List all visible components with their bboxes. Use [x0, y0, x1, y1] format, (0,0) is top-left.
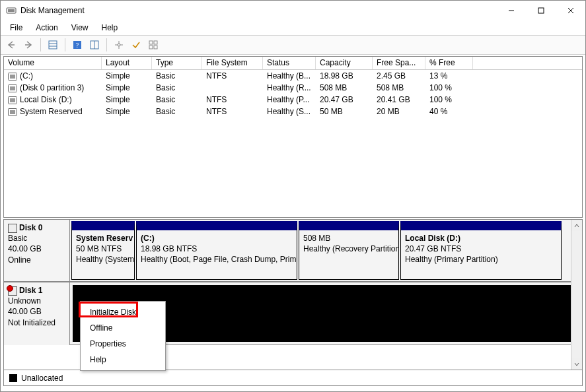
volume-pct: 40 %: [425, 107, 473, 116]
toolbar-separator: [106, 38, 107, 51]
volume-free: 20.41 GB: [373, 95, 425, 104]
column-capacity[interactable]: Capacity: [316, 57, 373, 69]
back-button[interactable]: [3, 37, 19, 53]
view-list-button[interactable]: [45, 37, 61, 53]
legend: Unallocated: [4, 370, 582, 385]
menu-help[interactable]: Help: [95, 22, 125, 34]
disk-size: 40.00 GB: [8, 307, 42, 316]
toolbar-separator: [65, 38, 65, 51]
minimize-button[interactable]: [496, 1, 526, 20]
disk-partitions: System Reserv 50 MB NTFS Healthy (System…: [70, 220, 582, 281]
volume-list[interactable]: Volume Layout Type File System Status Ca…: [3, 56, 583, 218]
volume-status: Healthy (S...: [263, 107, 316, 116]
menu-file[interactable]: File: [3, 22, 29, 34]
ctx-properties[interactable]: Properties: [81, 336, 165, 352]
volume-row[interactable]: Local Disk (D:) Simple Basic NTFS Health…: [4, 94, 582, 106]
help-button[interactable]: ?: [69, 37, 85, 53]
volume-type: Basic: [152, 71, 202, 81]
volume-layout: Simple: [102, 107, 152, 116]
window-title: Disk Management: [20, 6, 496, 15]
partition-size: 18.98 GB NTFS: [141, 244, 293, 254]
partition-name: System Reserv: [76, 233, 130, 244]
disk-row: Disk 0 Basic 40.00 GB Online System Rese…: [4, 220, 582, 282]
disk-label[interactable]: Disk 0 Basic 40.00 GB Online: [4, 220, 70, 281]
menu-view[interactable]: View: [65, 22, 95, 34]
column-type[interactable]: Type: [152, 57, 202, 69]
menu-action[interactable]: Action: [29, 22, 64, 34]
grid-button[interactable]: [145, 37, 161, 53]
partition[interactable]: (C:) 18.98 GB NTFS Healthy (Boot, Page F…: [136, 221, 297, 280]
maximize-button[interactable]: [526, 1, 556, 20]
volume-list-header[interactable]: Volume Layout Type File System Status Ca…: [4, 57, 582, 70]
volume-fs: NTFS: [202, 71, 263, 81]
partition-name: Local Disk (D:): [405, 233, 557, 244]
legend-swatch-unallocated: [9, 374, 17, 382]
volume-pct: 100 %: [425, 83, 473, 92]
partition-status: Healthy (Boot, Page File, Crash Dump, Pr…: [141, 254, 293, 265]
column-pctfree[interactable]: % Free: [425, 57, 473, 69]
volume-free: 2.45 GB: [373, 71, 425, 81]
volume-cap: 508 MB: [316, 83, 373, 92]
svg-rect-1: [8, 9, 15, 12]
column-layout[interactable]: Layout: [102, 57, 152, 69]
volume-cap: 18.98 GB: [316, 71, 373, 81]
partition-name: (C:): [141, 233, 293, 244]
volume-layout: Simple: [102, 83, 152, 92]
volume-free: 508 MB: [373, 83, 425, 92]
ctx-help[interactable]: Help: [81, 352, 165, 368]
disk-status: Not Initialized: [8, 318, 55, 327]
disk-icon: [8, 73, 17, 81]
column-status[interactable]: Status: [263, 57, 316, 69]
disk-size: 40.00 GB: [8, 244, 42, 253]
volume-row[interactable]: System Reserved Simple Basic NTFS Health…: [4, 106, 582, 117]
close-button[interactable]: [556, 1, 585, 20]
volume-status: Healthy (P...: [263, 95, 316, 104]
title-bar: Disk Management: [1, 1, 585, 20]
checkmark-button[interactable]: [128, 37, 144, 53]
window-controls: [496, 1, 585, 20]
partition-size: 20.47 GB NTFS: [405, 244, 557, 254]
volume-free: 20 MB: [373, 107, 425, 116]
partition[interactable]: Local Disk (D:) 20.47 GB NTFS Healthy (P…: [400, 221, 562, 280]
disk-icon: [8, 96, 17, 104]
svg-rect-6: [49, 41, 57, 49]
volume-row[interactable]: (Disk 0 partition 3) Simple Basic Health…: [4, 82, 582, 94]
disk-type: Unknown: [8, 296, 41, 306]
ctx-offline[interactable]: Offline: [81, 320, 165, 336]
ctx-initialize-disk[interactable]: Initialize Disk: [81, 304, 165, 320]
column-filesystem[interactable]: File System: [202, 57, 263, 69]
volume-row[interactable]: (C:) Simple Basic NTFS Healthy (B... 18.…: [4, 70, 582, 82]
volume-status: Healthy (B...: [263, 71, 316, 81]
vertical-scrollbar[interactable]: [571, 220, 582, 370]
layout-button[interactable]: [87, 37, 102, 53]
column-freespace[interactable]: Free Spa...: [373, 57, 425, 69]
partition[interactable]: System Reserv 50 MB NTFS Healthy (System: [71, 221, 135, 280]
disk-status: Online: [8, 255, 31, 265]
volume-status: Healthy (R...: [263, 83, 316, 92]
volume-type: Basic: [152, 95, 202, 104]
svg-rect-17: [154, 46, 157, 49]
volume-type: Basic: [152, 107, 202, 116]
volume-name: (C:): [20, 71, 33, 81]
column-volume[interactable]: Volume: [4, 57, 102, 69]
svg-rect-16: [149, 46, 153, 49]
partition-size: 508 MB: [303, 233, 394, 244]
volume-name: (Disk 0 partition 3): [20, 83, 84, 92]
disk-ok-icon: [8, 224, 17, 233]
settings-button[interactable]: [111, 37, 127, 53]
svg-rect-15: [154, 41, 157, 44]
forward-button[interactable]: [20, 37, 36, 53]
volume-fs: NTFS: [202, 107, 263, 116]
menu-bar: File Action View Help: [1, 20, 585, 35]
partition[interactable]: 508 MB Healthy (Recovery Partition: [299, 221, 399, 280]
scroll-up-button[interactable]: [571, 220, 582, 231]
disk-label[interactable]: Disk 1 Unknown 40.00 GB Not Initialized: [4, 282, 70, 345]
disk-name: Disk 0: [19, 223, 42, 232]
app-icon: [6, 5, 17, 16]
disk-type: Basic: [8, 234, 27, 243]
volume-layout: Simple: [102, 71, 152, 81]
scroll-down-button[interactable]: [571, 358, 582, 370]
disk-icon: [8, 108, 17, 116]
svg-text:?: ?: [76, 42, 79, 49]
volume-name: System Reserved: [20, 107, 83, 116]
